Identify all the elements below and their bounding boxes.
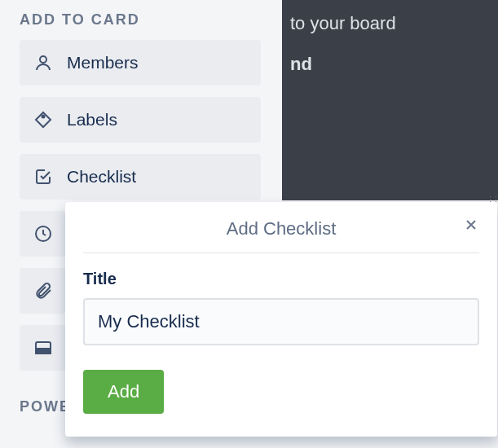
add-to-card-heading: ADD TO CARD: [20, 11, 262, 29]
checklist-label: Checklist: [67, 167, 136, 187]
popover-title: Add Checklist: [227, 218, 337, 239]
svg-rect-4: [36, 349, 51, 354]
checkbox-icon: [33, 166, 54, 187]
add-checklist-popover: Add Checklist Title Add: [65, 202, 497, 437]
checklist-title-input[interactable]: [83, 298, 479, 345]
board-text-fragment: to your board: [290, 13, 490, 34]
svg-point-1: [42, 116, 45, 118]
background-panel: to your board nd: [282, 0, 498, 200]
members-label: Members: [67, 53, 139, 72]
popover-header: Add Checklist: [83, 218, 479, 253]
title-field-label: Title: [83, 270, 479, 288]
close-button[interactable]: [463, 217, 479, 233]
tag-icon: [33, 109, 54, 130]
cover-button[interactable]: [20, 325, 65, 371]
attachment-icon: [33, 280, 54, 301]
labels-button[interactable]: Labels: [20, 97, 261, 143]
board-bold-fragment: nd: [290, 54, 490, 75]
dates-button[interactable]: [20, 211, 65, 257]
members-button[interactable]: Members: [20, 40, 261, 86]
user-icon: [33, 52, 54, 73]
attachment-button[interactable]: [20, 268, 65, 314]
svg-point-0: [40, 56, 46, 63]
add-button[interactable]: Add: [83, 370, 164, 414]
cover-icon: [33, 337, 54, 358]
labels-label: Labels: [67, 110, 117, 130]
clock-icon: [33, 223, 54, 244]
checklist-button[interactable]: Checklist: [20, 154, 261, 200]
